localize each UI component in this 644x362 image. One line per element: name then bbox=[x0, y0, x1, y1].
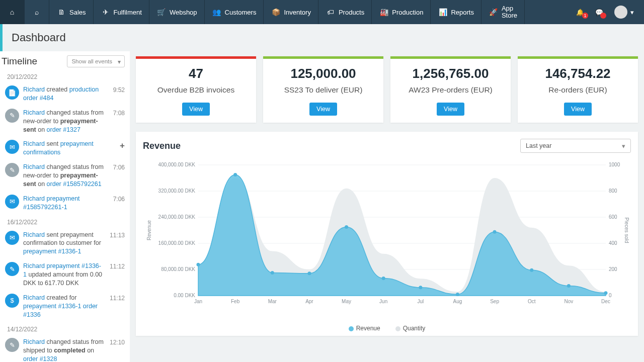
kpi-label: AW23 Pre-orders (EUR) bbox=[409, 85, 493, 95]
svg-text:Sep: Sep bbox=[490, 299, 499, 304]
timeline-item[interactable]: ✎Richard changed status from shipped to … bbox=[0, 335, 130, 362]
search-icon: ⌕ bbox=[32, 8, 42, 16]
svg-text:600: 600 bbox=[609, 214, 617, 220]
add-icon[interactable]: + bbox=[120, 141, 125, 151]
svg-text:160,000.00 DKK: 160,000.00 DKK bbox=[158, 240, 196, 246]
kpi-card: 146,754.22Re-orders (EUR)View bbox=[518, 56, 638, 123]
svg-point-24 bbox=[419, 286, 422, 289]
svg-text:Jan: Jan bbox=[194, 299, 202, 304]
chart-legend: Revenue Quantity bbox=[143, 325, 631, 332]
timeline-item[interactable]: ✉Richard sent prepayment confirmations+ bbox=[0, 137, 130, 160]
kpi-cards-row: 47Overdue B2B invoicesView125,000.00SS23… bbox=[136, 56, 638, 123]
timeline-filter-select[interactable]: Show all events bbox=[67, 55, 125, 67]
svg-point-28 bbox=[567, 284, 571, 288]
svg-text:1000: 1000 bbox=[609, 162, 620, 167]
svg-text:Oct: Oct bbox=[528, 299, 536, 304]
nav-products[interactable]: 🏷Products bbox=[318, 0, 372, 24]
chart-title: Revenue bbox=[143, 141, 181, 151]
chevron-down-icon: ▾ bbox=[630, 9, 634, 16]
svg-point-29 bbox=[604, 291, 608, 295]
svg-text:Jun: Jun bbox=[379, 299, 387, 304]
svg-text:Nov: Nov bbox=[564, 299, 573, 304]
kpi-card: 1,256,765.00AW23 Pre-orders (EUR)View bbox=[390, 56, 511, 123]
doc-icon: 📄 bbox=[5, 85, 19, 100]
svg-text:400: 400 bbox=[609, 240, 617, 246]
mail-icon: ✉ bbox=[5, 140, 19, 154]
legend-dot-revenue bbox=[349, 326, 354, 331]
avatar bbox=[614, 6, 627, 19]
user-menu[interactable]: ▾ bbox=[609, 6, 639, 19]
svg-text:Mar: Mar bbox=[268, 299, 277, 304]
view-button[interactable]: View bbox=[182, 103, 210, 116]
svg-point-22 bbox=[345, 225, 348, 229]
nav-webshop[interactable]: 🛒Webshop bbox=[149, 0, 205, 24]
timeline-item[interactable]: ✎Richard prepayment #1336-1 updated amou… bbox=[0, 259, 130, 291]
svg-point-25 bbox=[456, 293, 459, 296]
revenue-chart-panel: Revenue Last year 0.00 DKK80,000.00 DKK1… bbox=[136, 132, 638, 336]
main-content: 47Overdue B2B invoicesView125,000.00SS23… bbox=[130, 51, 644, 362]
svg-text:May: May bbox=[342, 299, 351, 304]
kpi-card: 47Overdue B2B invoicesView bbox=[136, 56, 256, 123]
mail-icon: ✉ bbox=[5, 195, 19, 209]
svg-point-18 bbox=[197, 263, 200, 266]
top-nav: ⌂ ⌕ 🗎Sales✈Fulfilment🛒Webshop👥Customers📦… bbox=[0, 0, 644, 24]
search-button[interactable]: ⌕ bbox=[25, 0, 49, 24]
timeline-item[interactable]: $Richard created for prepayment #1336-1 … bbox=[0, 291, 130, 322]
kpi-value: 1,256,765.00 bbox=[413, 66, 489, 81]
timeline-title: Timeline bbox=[2, 56, 37, 67]
timeline-date: 20/12/2022 bbox=[0, 69, 130, 82]
edit-icon: ✎ bbox=[5, 163, 19, 177]
money-icon: $ bbox=[5, 294, 19, 308]
kpi-label: Re-orders (EUR) bbox=[548, 85, 607, 95]
kpi-value: 47 bbox=[189, 66, 203, 81]
nav-fulfilment[interactable]: ✈Fulfilment bbox=[94, 0, 149, 24]
timeline-item[interactable]: ✎Richard changed status from new-order t… bbox=[0, 106, 130, 137]
svg-point-23 bbox=[382, 277, 385, 280]
view-button[interactable]: View bbox=[564, 103, 592, 116]
nav-sales[interactable]: 🗎Sales bbox=[49, 0, 94, 24]
chart-canvas: 0.00 DKK80,000.00 DKK160,000.00 DKK240,0… bbox=[143, 160, 631, 321]
kpi-label: SS23 To deliver (EUR) bbox=[284, 85, 363, 95]
bell-icon: 🔔 bbox=[576, 9, 584, 16]
svg-text:Feb: Feb bbox=[231, 299, 240, 304]
kpi-card: 125,000.00SS23 To deliver (EUR)View bbox=[263, 56, 383, 123]
view-button[interactable]: View bbox=[437, 103, 464, 116]
svg-text:Jul: Jul bbox=[417, 299, 424, 304]
nav-production[interactable]: 🏭Production bbox=[372, 0, 431, 24]
svg-text:0.00 DKK: 0.00 DKK bbox=[174, 293, 195, 298]
svg-point-27 bbox=[530, 268, 533, 272]
svg-text:Aug: Aug bbox=[453, 299, 462, 304]
timeline-item[interactable]: ✉Richard prepayment #1585792261-17:06 bbox=[0, 192, 130, 215]
svg-text:0: 0 bbox=[609, 293, 612, 298]
view-button[interactable]: View bbox=[309, 103, 337, 116]
nav-reports[interactable]: 📊Reports bbox=[431, 0, 481, 24]
chat-button[interactable]: 💬 bbox=[591, 9, 607, 16]
edit-icon: ✎ bbox=[5, 338, 19, 352]
svg-text:320,000.00 DKK: 320,000.00 DKK bbox=[158, 188, 196, 194]
nav-app-store[interactable]: 🚀AppStore bbox=[481, 0, 525, 24]
chart-range-select[interactable]: Last year bbox=[520, 139, 631, 153]
kpi-value: 125,000.00 bbox=[290, 66, 356, 81]
home-button[interactable]: ⌂ bbox=[0, 0, 25, 24]
timeline-item[interactable]: ✎Richard changed status from new-order t… bbox=[0, 160, 130, 192]
timeline-date: 16/12/2022 bbox=[0, 215, 130, 228]
svg-text:Revenue: Revenue bbox=[146, 220, 152, 240]
edit-icon: ✎ bbox=[5, 109, 19, 123]
nav-customers[interactable]: 👥Customers bbox=[205, 0, 264, 24]
nav-inventory[interactable]: 📦Inventory bbox=[264, 0, 318, 24]
home-icon: ⌂ bbox=[7, 8, 17, 16]
notifications-button[interactable]: 🔔 bbox=[571, 9, 589, 16]
svg-point-26 bbox=[493, 230, 497, 234]
svg-text:Dec: Dec bbox=[601, 299, 610, 304]
page-title: Dashboard bbox=[0, 24, 644, 51]
kpi-value: 146,754.22 bbox=[545, 66, 610, 81]
kpi-label: Overdue B2B invoices bbox=[157, 85, 234, 95]
svg-point-21 bbox=[307, 272, 311, 275]
timeline-date: 14/12/2022 bbox=[0, 322, 130, 335]
mail-icon: ✉ bbox=[5, 231, 19, 245]
timeline-item[interactable]: ✉Richard sent prepayment confirmation to… bbox=[0, 228, 130, 259]
svg-text:200: 200 bbox=[609, 266, 617, 272]
timeline-sidebar: Timeline Show all events 20/12/2022📄Rich… bbox=[0, 51, 130, 362]
timeline-item[interactable]: 📄Richard created production order #4849:… bbox=[0, 82, 130, 106]
svg-text:800: 800 bbox=[609, 188, 617, 194]
